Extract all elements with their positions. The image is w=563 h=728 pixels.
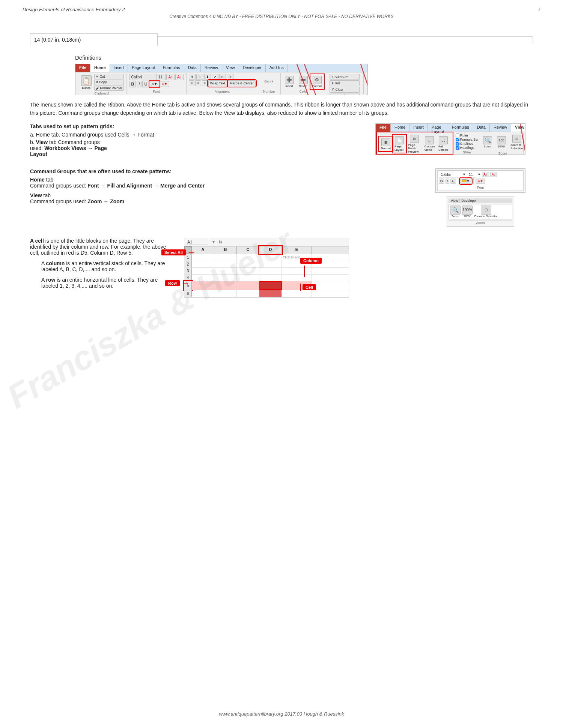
cell-d5[interactable]	[259, 281, 282, 290]
ribbon-tab-addins[interactable]: Add-Ins	[266, 64, 288, 72]
cell-b3[interactable]	[214, 268, 237, 274]
cell-c6[interactable]	[237, 290, 259, 297]
bold-btn2[interactable]: B	[439, 179, 444, 184]
fill-color-btn2[interactable]: ▼	[460, 179, 472, 184]
font-grow-button[interactable]: A↑	[166, 74, 175, 80]
gridlines-checkbox[interactable]	[456, 142, 459, 146]
font-name-field[interactable]: Calibri	[439, 172, 461, 177]
cell-b2[interactable]	[214, 261, 237, 267]
cell-e4[interactable]	[282, 275, 312, 281]
zoom-selection-btn-large[interactable]: ⊡ Zoom to Selection	[474, 206, 498, 218]
full-screen-button[interactable]: ⛶ Full Screen	[437, 135, 450, 152]
align-middle-button[interactable]: ↔	[196, 74, 203, 80]
cell-c4[interactable]	[237, 275, 259, 281]
font-color-btn2[interactable]: A▼	[476, 179, 485, 184]
view-insert-tab[interactable]: Insert	[409, 124, 428, 132]
cell-c1[interactable]	[237, 254, 259, 261]
align-center-button[interactable]: ≡	[195, 80, 201, 86]
cell-e6[interactable]	[282, 290, 312, 297]
cell-b1[interactable]	[214, 254, 237, 261]
cell-d6[interactable]	[259, 290, 282, 297]
cell-d1[interactable]	[259, 254, 282, 261]
ribbon-tab-review[interactable]: Review	[201, 64, 222, 72]
zoom-100-btn-large[interactable]: 100% 100%	[462, 206, 473, 218]
ribbon-tab-pagelayout[interactable]: Page Layout	[128, 64, 159, 72]
ribbon-tab-home[interactable]: Home	[90, 64, 110, 72]
align-top-button[interactable]: ⬆	[189, 74, 196, 80]
ribbon-tab-file[interactable]: File	[75, 64, 90, 72]
fill-color-button[interactable]: A▼	[150, 81, 159, 87]
font-color-button[interactable]: A▼	[160, 81, 169, 87]
ribbon-tab-developer[interactable]: Developer	[239, 64, 266, 72]
font-shrink-btn2[interactable]: A↓	[490, 172, 497, 177]
cell-b6[interactable]	[214, 290, 237, 297]
ruler-checkbox-label[interactable]: Ruler	[456, 134, 468, 137]
cell-d4[interactable]	[259, 275, 282, 281]
insert-button[interactable]: ➕ Insert	[283, 75, 296, 89]
headings-checkbox[interactable]	[456, 146, 459, 150]
cell-a4[interactable]	[192, 275, 214, 281]
font-shrink-button[interactable]: A↓	[175, 74, 184, 80]
cell-a5[interactable]	[192, 281, 214, 290]
wrap-text-button[interactable]: Wrap Text	[208, 80, 227, 86]
orientation-button[interactable]: ↗	[212, 74, 218, 80]
cell-c3[interactable]	[237, 268, 259, 274]
cell-e3[interactable]	[282, 268, 312, 274]
cut-button[interactable]: ✂ Cut	[94, 74, 124, 79]
gridlines-checkbox-label[interactable]: Gridlines	[456, 142, 474, 146]
view-view-tab[interactable]: View	[511, 124, 525, 132]
view-data-tab[interactable]: Data	[473, 124, 490, 132]
ribbon-tab-view[interactable]: View	[222, 64, 239, 72]
align-right-button[interactable]: ≡	[202, 80, 208, 86]
cell-reference-box[interactable]: A1	[186, 239, 208, 245]
ribbon-tab-formulas[interactable]: Formulas	[159, 64, 184, 72]
ruler-checkbox[interactable]	[456, 134, 459, 137]
custom-views-button[interactable]: ☰ Custom Views	[423, 135, 437, 152]
copy-button[interactable]: ⧉ Copy	[94, 80, 124, 85]
italic-button[interactable]: I	[137, 81, 142, 87]
font-size-field[interactable]: 11	[467, 172, 476, 177]
ribbon-tab-insert[interactable]: Insert	[110, 64, 128, 72]
formula-bar-checkbox[interactable]	[456, 138, 459, 141]
underline-btn2[interactable]: U	[450, 179, 456, 184]
sort-filter-button[interactable]: Sort & Filter	[330, 93, 360, 95]
align-bottom-button[interactable]: ⬇	[204, 74, 211, 80]
zoom-btn-large[interactable]: 🔍 Zoom	[450, 206, 461, 218]
cell-a3[interactable]	[192, 268, 214, 274]
delete-button[interactable]: ➖ Delete	[297, 75, 310, 89]
zoom-button[interactable]: 🔍 Zoom	[481, 135, 494, 149]
italic-btn2[interactable]: I	[446, 179, 450, 184]
zoom-selection-button[interactable]: ⊡ Zoom to Selection	[509, 134, 524, 151]
view-file-tab[interactable]: File	[376, 124, 391, 132]
cell-a2[interactable]	[192, 261, 214, 267]
view-pagelayout-tab[interactable]: Page Layout	[428, 124, 448, 132]
bold-button[interactable]: B	[129, 81, 136, 87]
normal-view-button[interactable]: ▦ Normal	[379, 137, 392, 151]
font-name-dropdown[interactable]: Calibri	[129, 74, 155, 80]
headings-checkbox-label[interactable]: Headings	[456, 146, 474, 150]
format-button[interactable]: ⚙ Format	[311, 75, 324, 89]
cell-b4[interactable]	[214, 275, 237, 281]
fill-button[interactable]: ⬇ Fill	[330, 80, 360, 86]
view-formulas-tab[interactable]: Formulas	[448, 124, 473, 132]
cell-c2[interactable]	[237, 261, 259, 267]
formula-bar-checkbox-label[interactable]: Formula Bar	[456, 138, 479, 141]
autosum-button[interactable]: Σ AutoSum	[330, 74, 360, 80]
cell-c5[interactable]	[237, 281, 259, 290]
font-size-dropdown[interactable]: 11	[156, 74, 166, 80]
indent-decrease-button[interactable]: ⇤	[219, 74, 226, 80]
merge-center-button[interactable]: Merge & Center	[228, 80, 256, 86]
underline-button[interactable]: U	[142, 81, 149, 87]
zoom-100-button[interactable]: 100 100%	[495, 135, 508, 149]
clear-button[interactable]: ✗ Clear	[330, 87, 360, 93]
paste-button[interactable]: 📋 Paste	[79, 74, 93, 91]
format-painter-button[interactable]: 🖌 Format Painter	[94, 86, 124, 91]
indent-increase-button[interactable]: ⇥	[227, 74, 233, 80]
cell-b5[interactable]	[214, 281, 237, 290]
cell-a6[interactable]	[192, 290, 214, 297]
page-layout-button[interactable]: 📄 Page Layout	[393, 135, 406, 152]
align-left-button[interactable]: ≡	[189, 80, 194, 86]
cell-d3[interactable]	[259, 268, 282, 274]
view-review-tab[interactable]: Review	[490, 124, 511, 132]
page-break-button[interactable]: ⊞ Page Break Preview	[406, 134, 422, 154]
